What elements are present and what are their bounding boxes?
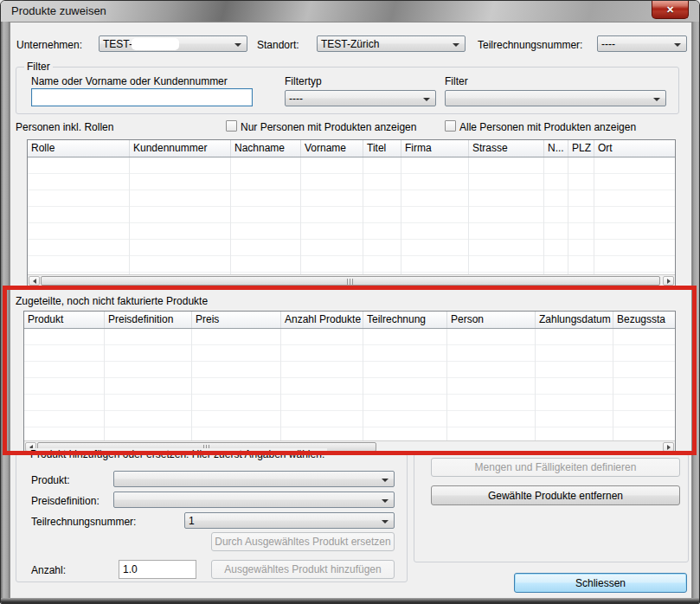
alle-personen-checkbox-label[interactable]: Alle Personen mit Produkten anzeigen [459, 121, 636, 133]
assign-groupbox-title: Produkt hinzufügen oder ersetzen: Hier z… [28, 448, 327, 460]
unternehmen-select[interactable]: TEST- [99, 35, 247, 52]
filter-select[interactable] [445, 90, 666, 106]
products-table-body[interactable] [24, 329, 675, 440]
teilrechnungsnummer-top-value: ---- [601, 38, 615, 50]
table-column-line [363, 329, 447, 440]
alle-personen-checkbox[interactable] [445, 120, 456, 132]
name-search-label: Name oder Vorname oder Kundennummer [31, 75, 228, 87]
table-column-line [544, 157, 568, 274]
scroll-right-icon[interactable] [663, 442, 674, 452]
table-column-line [281, 329, 363, 440]
table-column-line [192, 329, 281, 440]
column-header-kundennummer[interactable]: Kundennummer [130, 140, 231, 157]
chevron-down-icon [674, 43, 681, 47]
table-column-line [363, 157, 401, 274]
standort-select[interactable]: TEST-Zürich [317, 35, 466, 52]
chevron-down-icon [453, 43, 459, 47]
personen-inkl-rollen-label: Personen inkl. Rollen [16, 121, 113, 133]
produkte-entfernen-button[interactable]: Gewählte Produkte entfernen [431, 485, 680, 505]
products-table-header: Produkt Preisdefinition Preis Anzahl Pro… [24, 312, 675, 329]
scroll-left-icon[interactable] [29, 276, 40, 286]
persons-table-header: Rolle Kundennummer Nachname Vorname Tite… [28, 140, 675, 157]
anzahl-input[interactable] [119, 560, 196, 579]
window-frame-left [1, 22, 10, 598]
preisdefinition-select[interactable] [113, 492, 395, 508]
title-bar[interactable]: Produkte zuweisen [1, 1, 700, 22]
add-product-button[interactable]: Ausgewähltes Produkt hinzufügen [211, 560, 395, 579]
column-header-anzahl-produkte[interactable]: Anzahl Produkte [281, 312, 363, 328]
chevron-down-icon [382, 520, 389, 524]
column-header-preis[interactable]: Preis [192, 312, 281, 328]
schliessen-button[interactable]: Schliessen [514, 573, 687, 593]
table-column-line [594, 157, 675, 274]
teilrechnungsnummer-top-label: Teilrechnungsnummer: [478, 39, 582, 51]
table-column-line [568, 157, 594, 274]
column-header-preisdefinition[interactable]: Preisdefinition [105, 312, 192, 328]
window-frame-right [692, 22, 700, 598]
column-header-n[interactable]: Strasse [469, 140, 544, 157]
column-header-bezugsstatus[interactable]: Bezugssta [613, 312, 675, 328]
chevron-down-icon [382, 479, 389, 482]
scroll-right-icon[interactable] [663, 276, 674, 286]
nur-personen-checkbox-label[interactable]: Nur Personen mit Produkten anzeigen [241, 121, 416, 133]
column-header-titel[interactable]: Titel [363, 140, 401, 157]
produkt-select[interactable] [113, 471, 395, 487]
standort-value: TEST-Zürich [321, 38, 379, 50]
table-column-line [231, 157, 301, 274]
table-column-line [613, 329, 675, 440]
table-column-line [536, 329, 613, 440]
chevron-down-icon [423, 98, 430, 101]
preisdefinition-label: Preisdefinition: [31, 495, 100, 507]
column-header-rolle[interactable]: Rolle [28, 140, 130, 157]
mengen-faelligkeiten-button[interactable]: Mengen und Fälligkeiten definieren [431, 458, 680, 477]
persons-table-hscrollbar[interactable] [28, 274, 675, 287]
table-column-line [301, 157, 363, 274]
filter-groupbox-title: Filter [24, 61, 53, 73]
anzahl-label: Anzahl: [31, 564, 66, 576]
column-header-ort[interactable]: Ort [594, 140, 675, 157]
column-header-person[interactable]: Person [447, 312, 536, 328]
filtertyp-label: Filtertyp [285, 75, 322, 87]
products-table: Produkt Preisdefinition Preis Anzahl Pro… [23, 311, 676, 454]
table-column-line [28, 157, 130, 274]
nur-personen-checkbox[interactable] [226, 120, 237, 132]
replace-product-button[interactable]: Durch Ausgewähltes Produkt ersetzen [211, 532, 395, 551]
column-header-nachname[interactable]: Nachname [231, 140, 301, 157]
filter-label: Filter [445, 75, 468, 87]
unternehmen-value: TEST- [103, 38, 132, 50]
column-header-zahlungsdatum[interactable]: Zahlungsdatum [536, 312, 613, 328]
filtertyp-value: ---- [289, 93, 303, 105]
dialog-produkte-zuweisen: Produkte zuweisen ✕ Unternehmen: TEST- S… [0, 0, 700, 604]
window-title: Produkte zuweisen [11, 4, 106, 17]
close-icon: ✕ [666, 5, 674, 15]
scrollbar-thumb[interactable] [41, 276, 660, 286]
table-column-line [130, 157, 231, 274]
column-header-produkt[interactable]: Produkt [24, 312, 105, 328]
persons-table-body[interactable] [28, 157, 675, 274]
column-header-vorname[interactable]: Vorname [301, 140, 363, 157]
column-header-firma[interactable]: Firma [401, 140, 469, 157]
column-header-n-truncated[interactable]: N... [544, 140, 568, 157]
filtertyp-select[interactable]: ---- [285, 90, 436, 106]
products-section-label: Zugeteilte, noch nicht fakturierte Produ… [16, 295, 208, 307]
standort-label: Standort: [257, 39, 299, 51]
grip-icon [347, 279, 355, 285]
teilrechnungsnummer-value: 1 [189, 515, 195, 527]
teilrechnungsnummer-top-select[interactable]: ---- [597, 35, 687, 52]
teilrechnungsnummer-label: Teilrechnungsnummer: [31, 516, 136, 528]
window-frame-bottom [1, 598, 700, 604]
table-column-line [24, 329, 105, 440]
close-button[interactable]: ✕ [652, 1, 689, 19]
redacted-text-overlay [132, 38, 179, 50]
table-column-line [469, 157, 544, 274]
column-header-plz[interactable]: PLZ [568, 140, 594, 157]
name-search-input[interactable] [31, 88, 253, 106]
table-column-line [401, 157, 469, 274]
chevron-down-icon [382, 499, 389, 503]
column-header-teilrechnung[interactable]: Teilrechnung [363, 312, 447, 328]
table-column-line [447, 329, 536, 440]
teilrechnungsnummer-select[interactable]: 1 [184, 512, 395, 529]
produkt-label: Produkt: [31, 474, 70, 486]
persons-table: Rolle Kundennummer Nachname Vorname Tite… [27, 139, 676, 288]
chevron-down-icon [653, 98, 660, 101]
